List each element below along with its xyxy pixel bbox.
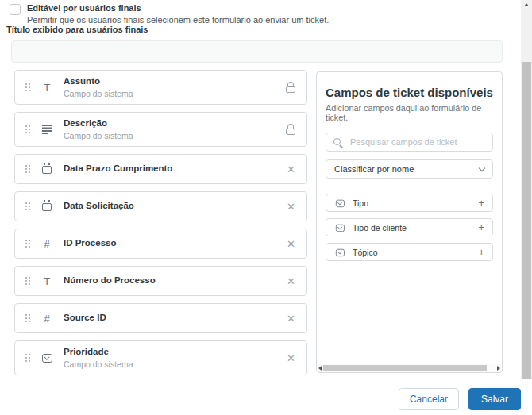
available-fields-panel: Campos de ticket disponíveis Adicionar c… xyxy=(316,71,503,373)
field-title: Source ID xyxy=(64,313,287,324)
drag-handle-icon[interactable] xyxy=(25,313,31,323)
drag-handle-icon[interactable] xyxy=(25,202,31,211)
save-button[interactable]: Salvar xyxy=(468,388,521,410)
end-user-editable-description: Permitir que os usuários finais selecion… xyxy=(27,15,329,25)
available-field-label: Tipo de cliente xyxy=(353,223,471,232)
field-texts: Descrição Campo do sistema xyxy=(64,118,286,140)
drag-handle-icon[interactable] xyxy=(25,276,31,286)
field-type-icon xyxy=(40,352,54,364)
field-title: Número do Processo xyxy=(64,275,287,286)
available-field-item[interactable]: Tipo xyxy=(326,194,493,212)
available-field-label: Tópico xyxy=(353,248,471,257)
scroll-left-arrow-icon[interactable] xyxy=(318,366,322,371)
field-subtitle: Campo do sistema xyxy=(64,89,286,98)
available-field-item[interactable]: Tipo de cliente xyxy=(326,218,493,236)
field-texts: Data Solicitação xyxy=(64,201,287,212)
footer-actions: Cancelar Salvar xyxy=(399,388,521,410)
ticket-form-editor: Editável por usuários finais Permitir qu… xyxy=(0,0,532,415)
horizontal-scrollbar[interactable] xyxy=(317,364,502,372)
available-panel-title: Campos de ticket disponíveis xyxy=(326,86,493,99)
field-title: Data Solicitação xyxy=(64,201,287,212)
field-type-icon xyxy=(40,123,54,136)
drag-handle-icon[interactable] xyxy=(25,125,31,134)
end-user-editable-option: Editável por usuários finais Permitir qu… xyxy=(10,3,329,25)
field-texts: ID Processo xyxy=(64,238,287,249)
field-type-icon xyxy=(40,312,54,325)
available-field-label: Tipo xyxy=(353,198,471,208)
field-texts: Assunto Campo do sistema xyxy=(64,76,286,98)
lock-icon xyxy=(286,124,295,135)
remove-field-button[interactable] xyxy=(287,239,295,249)
end-user-editable-checkbox[interactable] xyxy=(10,4,21,15)
field-texts: Número do Processo xyxy=(64,275,287,286)
horizontal-scrollbar-thumb[interactable] xyxy=(323,365,487,371)
field-title: Descrição xyxy=(64,118,286,129)
vertical-scrollbar-thumb[interactable] xyxy=(522,62,531,379)
form-fields-list: Assunto Campo do sistema Descrição Campo… xyxy=(14,70,307,375)
field-texts: Data Prazo Cumprimento xyxy=(64,163,287,175)
form-field-card[interactable]: Source ID xyxy=(14,303,307,333)
form-field-card[interactable]: Assunto Campo do sistema xyxy=(14,70,307,105)
remove-field-button[interactable] xyxy=(287,353,295,363)
scroll-right-arrow-icon[interactable] xyxy=(497,366,500,371)
search-icon xyxy=(333,137,343,148)
form-field-card[interactable]: ID Processo xyxy=(14,229,307,259)
search-field[interactable] xyxy=(326,133,493,152)
drag-handle-icon[interactable] xyxy=(25,83,31,92)
field-type-icon xyxy=(335,223,345,231)
field-texts: Source ID xyxy=(64,313,287,324)
field-texts: Prioridade Campo do sistema xyxy=(64,347,287,369)
cancel-button[interactable]: Cancelar xyxy=(399,388,459,410)
remove-field-button[interactable] xyxy=(287,313,295,324)
end-user-editable-texts: Editável por usuários finais Permitir qu… xyxy=(27,3,329,25)
available-fields-list: Tipo Tipo de cliente Tópico xyxy=(326,194,493,261)
display-title-input[interactable] xyxy=(11,40,503,63)
sort-select[interactable]: Classificar por nome xyxy=(326,159,493,179)
scroll-up-arrow-icon[interactable] xyxy=(524,3,529,6)
field-type-icon xyxy=(40,237,54,250)
form-field-card[interactable]: Data Solicitação xyxy=(14,191,307,221)
form-field-card[interactable]: Data Prazo Cumprimento xyxy=(14,154,307,184)
vertical-scrollbar[interactable] xyxy=(521,0,532,379)
field-title: ID Processo xyxy=(64,238,287,249)
field-type-icon xyxy=(335,198,345,206)
field-subtitle: Campo do sistema xyxy=(64,359,287,369)
search-input[interactable] xyxy=(349,136,486,148)
field-title: Assunto xyxy=(64,76,286,87)
remove-field-button[interactable] xyxy=(287,202,295,212)
form-field-card[interactable]: Número do Processo xyxy=(14,266,307,296)
remove-field-button[interactable] xyxy=(287,164,295,175)
display-title-label: Título exibido para usuários finais xyxy=(6,25,148,34)
drag-handle-icon[interactable] xyxy=(25,239,31,248)
chevron-down-icon xyxy=(479,164,485,171)
drag-handle-icon[interactable] xyxy=(25,353,31,363)
add-field-button[interactable] xyxy=(478,198,484,208)
field-type-icon xyxy=(40,200,54,213)
field-type-icon xyxy=(40,163,54,175)
form-field-card[interactable]: Descrição Campo do sistema xyxy=(14,112,307,147)
field-type-icon xyxy=(335,248,345,256)
add-field-button[interactable] xyxy=(478,247,484,257)
field-title: Data Prazo Cumprimento xyxy=(64,163,287,175)
field-subtitle: Campo do sistema xyxy=(64,131,286,140)
drag-handle-icon[interactable] xyxy=(25,164,31,174)
field-type-icon xyxy=(40,81,54,94)
field-title: Prioridade xyxy=(64,347,287,358)
end-user-editable-label: Editável por usuários finais xyxy=(27,3,329,13)
add-field-button[interactable] xyxy=(478,222,484,232)
sort-select-value: Classificar por nome xyxy=(334,164,414,174)
form-field-card[interactable]: Prioridade Campo do sistema xyxy=(14,340,307,375)
field-type-icon xyxy=(40,275,54,287)
available-field-item[interactable]: Tópico xyxy=(326,243,493,261)
remove-field-button[interactable] xyxy=(287,276,295,286)
available-panel-subtitle: Adicionar campos daqui ao formulário de … xyxy=(326,103,493,122)
lock-icon xyxy=(286,82,295,93)
